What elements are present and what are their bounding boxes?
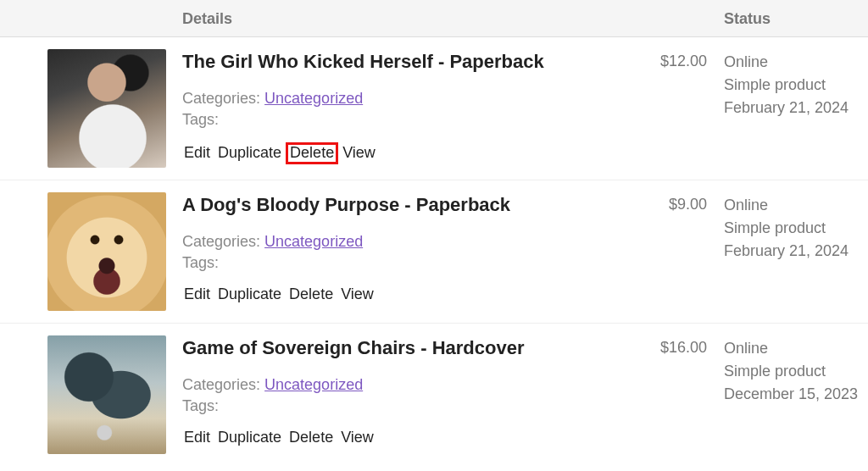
- table-row: Game of Sovereign Chairs - Hardcover Cat…: [0, 324, 868, 466]
- product-table: Details Status The Girl Who Kicked Herse…: [0, 0, 868, 466]
- product-title[interactable]: The Girl Who Kicked Herself - Paperback: [182, 51, 639, 73]
- status-type: Simple product: [724, 74, 860, 97]
- row-actions: Edit Duplicate Delete View: [182, 429, 639, 446]
- product-thumbnail[interactable]: [47, 192, 166, 311]
- table-header: Details Status: [0, 0, 868, 37]
- category-link[interactable]: Uncategorized: [264, 90, 363, 107]
- tags-label: Tags:: [182, 111, 219, 128]
- view-action[interactable]: View: [339, 429, 376, 446]
- product-price: $12.00: [639, 49, 707, 70]
- category-link[interactable]: Uncategorized: [264, 233, 363, 250]
- tags-label: Tags:: [182, 254, 219, 271]
- status-state: Online: [724, 337, 860, 360]
- product-price: $16.00: [639, 335, 707, 357]
- product-meta: Categories: Uncategorized Tags:: [182, 88, 639, 130]
- categories-label: Categories:: [182, 376, 260, 393]
- status-type: Simple product: [724, 360, 860, 383]
- product-meta: Categories: Uncategorized Tags:: [182, 374, 639, 417]
- product-meta: Categories: Uncategorized Tags:: [182, 231, 639, 274]
- edit-action[interactable]: Edit: [182, 429, 212, 446]
- categories-label: Categories:: [182, 233, 260, 250]
- status-date: December 15, 2023: [724, 383, 860, 406]
- header-details: Details: [182, 10, 232, 27]
- edit-action[interactable]: Edit: [182, 144, 212, 162]
- delete-action[interactable]: Delete: [286, 142, 338, 164]
- status-date: February 21, 2024: [724, 97, 860, 119]
- status-date: February 21, 2024: [724, 240, 860, 263]
- table-row: The Girl Who Kicked Herself - Paperback …: [0, 37, 868, 180]
- table-row: A Dog's Bloody Purpose - Paperback Categ…: [0, 180, 868, 324]
- categories-label: Categories:: [182, 90, 260, 107]
- category-link[interactable]: Uncategorized: [264, 376, 363, 393]
- row-actions: Edit Duplicate Delete View: [182, 285, 639, 303]
- delete-action[interactable]: Delete: [287, 285, 335, 303]
- row-actions: Edit Duplicate Delete View: [182, 142, 639, 164]
- tags-label: Tags:: [182, 397, 219, 414]
- status-state: Online: [724, 194, 860, 217]
- duplicate-action[interactable]: Duplicate: [216, 144, 283, 162]
- duplicate-action[interactable]: Duplicate: [216, 429, 283, 446]
- product-status: Online Simple product February 21, 2024: [724, 192, 860, 263]
- status-state: Online: [724, 51, 860, 74]
- status-type: Simple product: [724, 217, 860, 240]
- product-price: $9.00: [639, 192, 707, 213]
- product-title[interactable]: Game of Sovereign Chairs - Hardcover: [182, 337, 639, 359]
- product-thumbnail[interactable]: [47, 49, 166, 168]
- duplicate-action[interactable]: Duplicate: [216, 285, 283, 303]
- delete-action[interactable]: Delete: [287, 429, 335, 446]
- edit-action[interactable]: Edit: [182, 285, 212, 303]
- product-thumbnail[interactable]: [47, 335, 166, 454]
- product-title[interactable]: A Dog's Bloody Purpose - Paperback: [182, 194, 639, 216]
- header-status: Status: [724, 10, 771, 27]
- view-action[interactable]: View: [339, 285, 376, 303]
- view-action[interactable]: View: [341, 144, 377, 162]
- product-status: Online Simple product December 15, 2023: [724, 335, 860, 406]
- product-status: Online Simple product February 21, 2024: [724, 49, 860, 119]
